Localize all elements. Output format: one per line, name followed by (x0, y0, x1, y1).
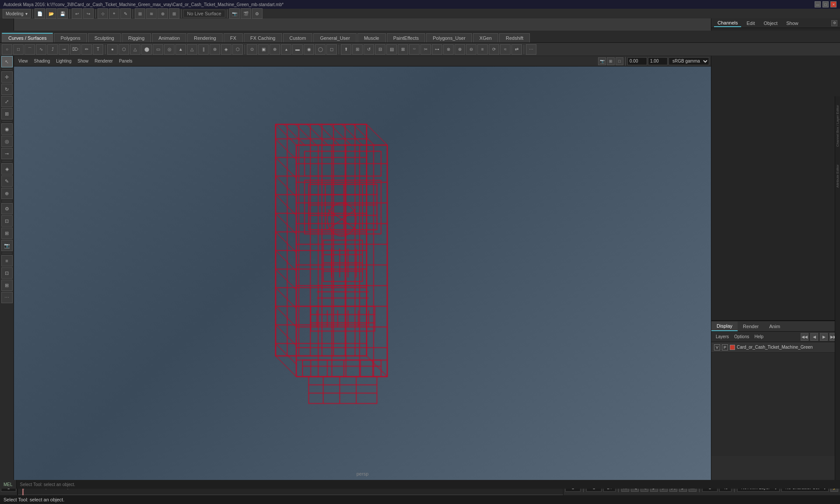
layer-color-swatch[interactable] (730, 345, 735, 350)
paint-tool-icon[interactable]: ✎ (120, 8, 131, 19)
paint-skin-tool[interactable]: ⊕ (1, 188, 13, 199)
tab-redshift[interactable]: Redshift (499, 33, 530, 42)
redo-icon[interactable]: ↪ (83, 8, 94, 19)
nurbs-cube-icon[interactable]: ▣ (258, 44, 269, 55)
layer-playback[interactable]: P (722, 344, 728, 350)
detach-icon[interactable]: ⊖ (466, 44, 476, 55)
new-file-icon[interactable]: 📄 (35, 8, 45, 19)
nav-next-icon[interactable]: ▶ (820, 333, 828, 341)
display-settings-tool[interactable]: ⊡ (1, 215, 13, 227)
pipe-icon[interactable]: ∥ (198, 44, 209, 55)
show-tab[interactable]: Show (783, 20, 802, 27)
render-icon[interactable]: 🎬 (241, 8, 251, 19)
curve-icon[interactable]: ∿ (36, 44, 46, 55)
save-file-icon[interactable]: 💾 (57, 8, 68, 19)
lighting-menu-btn[interactable]: Lighting (53, 58, 74, 64)
arc-icon[interactable]: ⌒ (24, 44, 35, 55)
snap-point-icon[interactable]: ⊕ (158, 8, 168, 19)
move-tool[interactable]: ✛ (1, 71, 13, 83)
select-tool-icon[interactable]: ⊹ (98, 8, 108, 19)
edit-tab[interactable]: Edit (743, 20, 758, 27)
vp-value2-input[interactable] (648, 57, 668, 65)
birail-icon[interactable]: ⊠ (398, 44, 408, 55)
anim-tab[interactable]: Anim (764, 322, 785, 331)
pyramid-icon[interactable]: △ (187, 44, 197, 55)
view-menu-btn[interactable]: View (16, 58, 31, 64)
intersect-icon[interactable]: ⊗ (443, 44, 454, 55)
nav-back-icon[interactable]: ◀◀ (801, 333, 808, 341)
tab-curves-surfaces[interactable]: Curves / Surfaces (2, 33, 53, 42)
nurbs-cylinder-icon[interactable]: ⊕ (270, 44, 280, 55)
close-button[interactable]: ✕ (830, 1, 836, 7)
graph-editor-tool[interactable]: ⋯ (1, 292, 13, 303)
channel-editor-tab[interactable]: Channel Box / Layer Editor (836, 105, 840, 147)
cube-icon[interactable]: ⬡ (119, 44, 129, 55)
quad-draw-tool[interactable]: ◈ (1, 163, 13, 175)
boundary-icon[interactable]: ⊟ (375, 44, 385, 55)
fillet-icon[interactable]: ⌔ (409, 44, 420, 55)
snap-curve-icon[interactable]: ≋ (146, 8, 157, 19)
select-tool[interactable]: ↖ (1, 56, 13, 67)
project-icon[interactable]: ⊶ (432, 44, 442, 55)
snap-view-icon[interactable]: ⊞ (169, 8, 179, 19)
viewport-3d[interactable]: persp (14, 66, 711, 480)
camera-icon[interactable]: 📷 (229, 8, 240, 19)
tab-sculpting[interactable]: Sculpting (88, 33, 121, 42)
nurbs-plane-icon[interactable]: ▬ (292, 44, 303, 55)
cv-curve-icon[interactable]: ⤴ (47, 44, 58, 55)
platonic-icon[interactable]: ⬡ (232, 44, 243, 55)
layer-tool[interactable]: ≡ (1, 255, 13, 266)
settings-icon[interactable]: ⚙ (252, 8, 262, 19)
square-icon[interactable]: □ (13, 44, 24, 55)
extrude-icon[interactable]: ⬆ (341, 44, 351, 55)
channels-tab[interactable]: Channels (714, 19, 741, 27)
tab-rigging[interactable]: Rigging (122, 33, 151, 42)
options-sub-tab[interactable]: Options (732, 334, 751, 339)
maximize-button[interactable]: □ (822, 1, 829, 7)
nurbs-square-icon[interactable]: ◻ (326, 44, 337, 55)
type-icon[interactable]: T (93, 44, 103, 55)
measure-tool[interactable]: ⊸ (1, 148, 13, 159)
nurbs-sphere-icon[interactable]: ⊙ (247, 44, 257, 55)
mel-input[interactable] (17, 482, 840, 487)
shading-menu-btn[interactable]: Shading (32, 58, 53, 64)
soft-modify-tool[interactable]: ◉ (1, 123, 13, 135)
more-icon[interactable]: ⋯ (526, 44, 536, 55)
torus-icon[interactable]: ◎ (164, 44, 175, 55)
bezier-icon[interactable]: ⌦ (70, 44, 80, 55)
revolve-icon[interactable]: ↺ (364, 44, 374, 55)
soccer-icon[interactable]: ◈ (221, 44, 231, 55)
undo-icon[interactable]: ↩ (72, 8, 82, 19)
rotate-tool[interactable]: ↻ (1, 84, 13, 95)
tab-fx[interactable]: FX (224, 33, 243, 42)
channel-box-settings[interactable]: ⚙ (831, 20, 837, 26)
sphere-icon[interactable]: ● (107, 44, 118, 55)
tab-polygons-user[interactable]: Polygons_User (426, 33, 472, 42)
tab-rendering[interactable]: Rendering (187, 33, 223, 42)
tab-polygons[interactable]: Polygons (54, 33, 87, 42)
nav-prev-icon[interactable]: ◀ (810, 333, 818, 341)
gamma-dropdown[interactable]: sRGB gamma (668, 57, 709, 65)
vp-camera-icon[interactable]: 📷 (598, 57, 606, 65)
display-tab[interactable]: Display (711, 322, 738, 331)
attach-icon[interactable]: ⊕ (455, 44, 465, 55)
pencil-curve-icon[interactable]: ✏ (81, 44, 92, 55)
vp-value1-input[interactable] (627, 57, 647, 65)
rebuild-icon[interactable]: ⟳ (489, 44, 499, 55)
show-hide-tool[interactable]: ◎ (1, 136, 13, 147)
vp-grid-icon[interactable]: ⊞ (607, 57, 615, 65)
tab-general-user[interactable]: General_User (313, 33, 356, 42)
smooth-icon[interactable]: ≈ (500, 44, 511, 55)
loft-icon[interactable]: ⊞ (352, 44, 363, 55)
tab-painteffects[interactable]: PaintEffects (387, 33, 426, 42)
align-icon[interactable]: ≡ (477, 44, 488, 55)
trim-icon[interactable]: ✂ (420, 44, 431, 55)
workspace-dropdown[interactable]: Modeling ▾ (3, 9, 31, 18)
nurbs-cone-icon[interactable]: ▴ (281, 44, 291, 55)
layers-sub-tab[interactable]: Layers (714, 334, 731, 339)
nurbs-circle-icon[interactable]: ◯ (315, 44, 326, 55)
nurbs-torus-icon[interactable]: ◉ (304, 44, 314, 55)
snap-grid-icon[interactable]: ⊞ (135, 8, 145, 19)
cone-icon[interactable]: △ (130, 44, 140, 55)
attribute-editor-tab[interactable]: Attribute Editor (836, 164, 840, 188)
